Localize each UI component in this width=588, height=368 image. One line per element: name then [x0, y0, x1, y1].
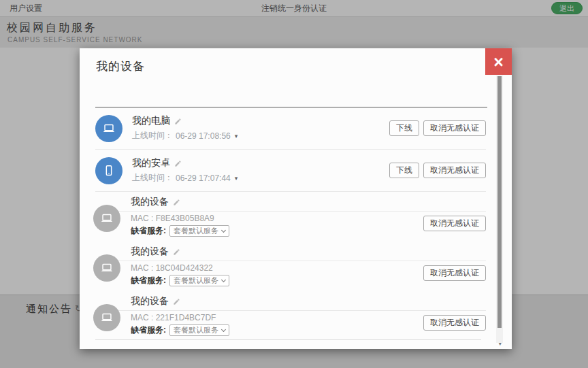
default-service-label: 缺省服务: [131, 275, 166, 286]
online-time-value: 06-29 17:08:56 [176, 131, 231, 141]
laptop-icon [93, 205, 120, 232]
edit-pencil-icon[interactable] [173, 199, 180, 206]
close-icon[interactable]: × [485, 48, 512, 75]
scrollbar-thumb[interactable] [497, 76, 502, 328]
mac-value: F8E43B05B8A9 [156, 214, 214, 223]
device-row-registered: 我的设备 MAC : 221F1D4BC7DF 缺省服务: 套餐默认服务 [95, 291, 486, 341]
modal-title: 我的设备 [96, 58, 512, 74]
smartphone-icon [95, 157, 122, 184]
mac-label: MAC : [131, 263, 153, 273]
mac-label: MAC : [131, 313, 153, 322]
device-name: 我的设备 [131, 295, 169, 307]
my-devices-modal: × 我的设备 我的电脑 上线时间： 06-29 17:08:56 ▾ [80, 48, 512, 349]
laptop-icon [93, 304, 120, 331]
edit-pencil-icon[interactable] [174, 160, 182, 167]
device-list: 我的电脑 上线时间： 06-29 17:08:56 ▾ 下线 取消无感认证 [95, 107, 486, 341]
default-service-label: 缺省服务: [131, 225, 166, 237]
default-service-value: 套餐默认服务 [174, 325, 218, 335]
chevron-down-icon [221, 228, 226, 233]
online-time-label: 上线时间： [132, 130, 173, 141]
cancel-auth-button[interactable]: 取消无感认证 [423, 315, 486, 331]
chevron-down-icon[interactable]: ▾ [235, 133, 238, 139]
online-time-label: 上线时间： [132, 172, 173, 184]
laptop-icon [93, 254, 120, 282]
bottom-divider [95, 339, 481, 340]
default-service-select[interactable]: 套餐默认服务 [169, 324, 229, 336]
cancel-auth-button[interactable]: 取消无感认证 [423, 163, 486, 178]
edit-pencil-icon[interactable] [173, 298, 180, 305]
default-service-value: 套餐默认服务 [174, 275, 218, 286]
laptop-icon [95, 115, 122, 142]
device-row-registered: 我的设备 MAC : F8E43B05B8A9 缺省服务: 套餐默认服务 [95, 192, 486, 241]
offline-button[interactable]: 下线 [389, 120, 419, 136]
chevron-down-icon [221, 278, 226, 282]
default-service-value: 套餐默认服务 [174, 226, 218, 236]
chevron-down-icon [221, 327, 226, 332]
device-row-computer: 我的电脑 上线时间： 06-29 17:08:56 ▾ 下线 取消无感认证 [95, 107, 486, 149]
mac-value: 18C04D424322 [156, 263, 213, 273]
cancel-auth-button[interactable]: 取消无感认证 [423, 265, 486, 281]
mac-value: 221F1D4BC7DF [156, 313, 216, 322]
edit-pencil-icon[interactable] [174, 118, 182, 125]
device-name: 我的设备 [131, 246, 169, 258]
device-name: 我的安卓 [132, 157, 170, 169]
device-row-android: 我的安卓 上线时间： 06-29 17:07:44 ▾ 下线 取消无感认证 [95, 150, 486, 191]
chevron-down-icon[interactable]: ▾ [235, 175, 238, 182]
cancel-auth-button[interactable]: 取消无感认证 [423, 216, 486, 231]
online-time-value: 06-29 17:07:44 [176, 173, 231, 183]
mac-label: MAC : [131, 214, 153, 223]
edit-pencil-icon[interactable] [173, 248, 180, 256]
default-service-select[interactable]: 套餐默认服务 [169, 275, 229, 286]
scrollbar-track[interactable] [496, 76, 503, 343]
device-name: 我的设备 [131, 196, 169, 208]
default-service-select[interactable]: 套餐默认服务 [169, 225, 229, 237]
default-service-label: 缺省服务: [131, 324, 166, 336]
device-name: 我的电脑 [132, 115, 170, 127]
device-row-registered: 我的设备 MAC : 18C04D424322 缺省服务: 套餐默认服务 [95, 241, 486, 291]
offline-button[interactable]: 下线 [389, 163, 419, 178]
cancel-auth-button[interactable]: 取消无感认证 [423, 120, 486, 136]
